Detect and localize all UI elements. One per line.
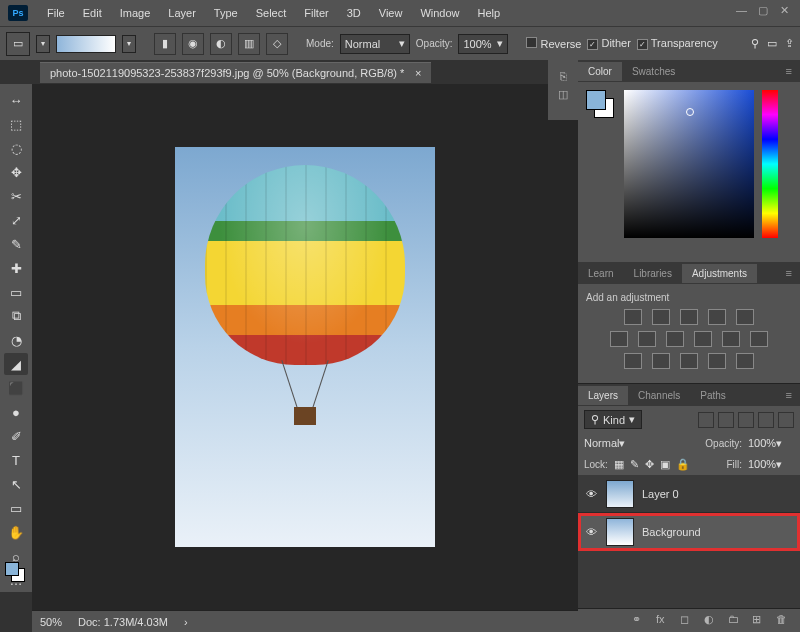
clone-tool[interactable]: ▭ xyxy=(4,281,28,303)
new-group-icon[interactable]: 🗀 xyxy=(728,613,744,629)
menu-type[interactable]: Type xyxy=(205,3,247,23)
canvas[interactable] xyxy=(175,147,435,547)
link-layers-icon[interactable]: ⚭ xyxy=(632,613,648,629)
gradient-radial-icon[interactable]: ◉ xyxy=(182,33,204,55)
adj-exposure-icon[interactable] xyxy=(708,309,726,325)
gradient-diamond-icon[interactable]: ◇ xyxy=(266,33,288,55)
menu-select[interactable]: Select xyxy=(247,3,296,23)
reverse-checkbox[interactable]: Reverse xyxy=(526,37,581,50)
new-layer-icon[interactable]: ⊞ xyxy=(752,613,768,629)
lock-position-icon[interactable]: ✥ xyxy=(645,458,654,471)
filter-pixel-icon[interactable] xyxy=(698,412,714,428)
tab-swatches[interactable]: Swatches xyxy=(622,62,685,81)
pen-tool[interactable]: ✐ xyxy=(4,425,28,447)
history-brush-tool[interactable]: ⧉ xyxy=(4,305,28,327)
type-tool[interactable]: T xyxy=(4,449,28,471)
minimize-icon[interactable]: — xyxy=(736,4,748,16)
gradient-dropdown[interactable]: ▾ xyxy=(122,35,136,53)
foreground-swatch[interactable] xyxy=(5,562,19,576)
gradient-linear-icon[interactable]: ▮ xyxy=(154,33,176,55)
adj-brightness-icon[interactable] xyxy=(624,309,642,325)
collapsed-panel-icon[interactable]: ⎘ xyxy=(560,70,567,82)
menu-image[interactable]: Image xyxy=(111,3,160,23)
adj-invert-icon[interactable] xyxy=(624,353,642,369)
blend-mode-select[interactable]: Normal▾ xyxy=(340,34,410,54)
doc-size[interactable]: Doc: 1.73M/4.03M xyxy=(78,616,168,628)
maximize-icon[interactable]: ▢ xyxy=(758,4,770,16)
share-icon[interactable]: ⇪ xyxy=(785,37,794,50)
brush-tool[interactable]: ✚ xyxy=(4,257,28,279)
filter-type-icon[interactable] xyxy=(738,412,754,428)
menu-3d[interactable]: 3D xyxy=(338,3,370,23)
gradient-preview[interactable] xyxy=(56,35,116,53)
menu-help[interactable]: Help xyxy=(469,3,510,23)
layer-blend-select[interactable]: Normal▾ xyxy=(584,437,664,450)
adj-bw-icon[interactable] xyxy=(666,331,684,347)
quick-select-tool[interactable]: ✥ xyxy=(4,161,28,183)
gradient-reflected-icon[interactable]: ▥ xyxy=(238,33,260,55)
path-select-tool[interactable]: ↖ xyxy=(4,473,28,495)
dodge-tool[interactable]: ● xyxy=(4,401,28,423)
adj-photofilter-icon[interactable] xyxy=(694,331,712,347)
filter-smart-icon[interactable] xyxy=(778,412,794,428)
visibility-icon[interactable]: 👁 xyxy=(584,487,598,501)
adj-posterize-icon[interactable] xyxy=(652,353,670,369)
tab-channels[interactable]: Channels xyxy=(628,386,690,405)
tab-paths[interactable]: Paths xyxy=(690,386,736,405)
opacity-field[interactable]: 100%▾ xyxy=(458,34,508,54)
collapsed-panel-icon-2[interactable]: ◫ xyxy=(558,88,568,101)
hand-tool[interactable]: ✋ xyxy=(4,521,28,543)
adj-selectivecolor-icon[interactable] xyxy=(736,353,754,369)
lock-transparency-icon[interactable]: ▦ xyxy=(614,458,624,471)
marquee-tool[interactable]: ⬚ xyxy=(4,113,28,135)
close-icon[interactable]: ✕ xyxy=(780,4,792,16)
gradient-angle-icon[interactable]: ◐ xyxy=(210,33,232,55)
adj-gradientmap-icon[interactable] xyxy=(708,353,726,369)
healing-tool[interactable]: ✎ xyxy=(4,233,28,255)
adjustments-menu-icon[interactable]: ≡ xyxy=(778,263,800,283)
hue-slider[interactable] xyxy=(762,90,778,238)
layer-filter-select[interactable]: ⚲ Kind ▾ xyxy=(584,410,642,429)
layer-style-icon[interactable]: fx xyxy=(656,613,672,629)
tab-layers[interactable]: Layers xyxy=(578,386,628,405)
layers-menu-icon[interactable]: ≡ xyxy=(778,385,800,405)
menu-filter[interactable]: Filter xyxy=(295,3,337,23)
tab-libraries[interactable]: Libraries xyxy=(624,264,682,283)
menu-window[interactable]: Window xyxy=(411,3,468,23)
adj-curves-icon[interactable] xyxy=(680,309,698,325)
delete-layer-icon[interactable]: 🗑 xyxy=(776,613,792,629)
crop-tool[interactable]: ✂ xyxy=(4,185,28,207)
shape-tool[interactable]: ▭ xyxy=(4,497,28,519)
layer-fill-field[interactable]: 100%▾ xyxy=(748,458,794,471)
blur-tool[interactable]: ⬛ xyxy=(4,377,28,399)
move-tool[interactable]: ↔ xyxy=(4,89,28,111)
tab-color[interactable]: Color xyxy=(578,62,622,81)
layer-name[interactable]: Background xyxy=(642,526,701,538)
tool-preset-dropdown[interactable]: ▾ xyxy=(36,35,50,53)
lock-artboard-icon[interactable]: ▣ xyxy=(660,458,670,471)
filter-shape-icon[interactable] xyxy=(758,412,774,428)
lasso-tool[interactable]: ◌ xyxy=(4,137,28,159)
adj-colorlookup-icon[interactable] xyxy=(750,331,768,347)
zoom-level[interactable]: 50% xyxy=(40,616,62,628)
menu-file[interactable]: File xyxy=(38,3,74,23)
current-tool-icon[interactable]: ▭ xyxy=(6,32,30,56)
adj-hue-icon[interactable] xyxy=(610,331,628,347)
document-tab[interactable]: photo-1502119095323-253837f293f9.jpg @ 5… xyxy=(40,62,431,83)
filter-adjust-icon[interactable] xyxy=(718,412,734,428)
layer-opacity-field[interactable]: 100%▾ xyxy=(748,437,794,450)
lock-all-icon[interactable]: 🔒 xyxy=(676,458,690,471)
dither-checkbox[interactable]: Dither xyxy=(587,37,630,50)
adj-threshold-icon[interactable] xyxy=(680,353,698,369)
tab-close-icon[interactable]: × xyxy=(415,67,421,79)
layer-mask-icon[interactable]: ◻ xyxy=(680,613,696,629)
workspace-icon[interactable]: ▭ xyxy=(767,37,777,50)
tab-adjustments[interactable]: Adjustments xyxy=(682,264,757,283)
adj-colorbalance-icon[interactable] xyxy=(638,331,656,347)
eyedropper-tool[interactable]: ⤢ xyxy=(4,209,28,231)
transparency-checkbox[interactable]: Transparency xyxy=(637,37,718,50)
layer-thumbnail[interactable] xyxy=(606,518,634,546)
new-fill-icon[interactable]: ◐ xyxy=(704,613,720,629)
adj-channelmix-icon[interactable] xyxy=(722,331,740,347)
layer-item[interactable]: 👁 Background xyxy=(578,513,800,551)
